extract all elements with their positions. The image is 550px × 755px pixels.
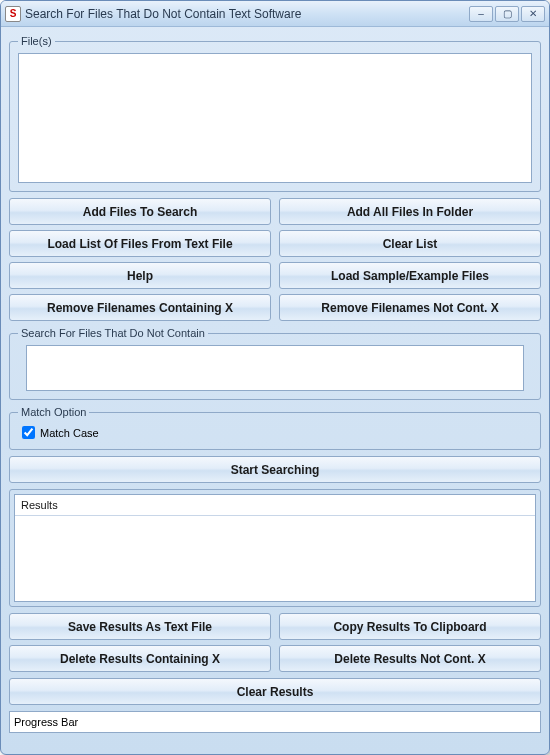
files-group: File(s) — [9, 35, 541, 192]
load-sample-button[interactable]: Load Sample/Example Files — [279, 262, 541, 289]
match-case-label[interactable]: Match Case — [40, 427, 99, 439]
files-legend: File(s) — [18, 35, 55, 47]
app-icon: S — [5, 6, 21, 22]
files-listbox[interactable] — [18, 53, 532, 183]
save-results-button[interactable]: Save Results As Text File — [9, 613, 271, 640]
remove-containing-button[interactable]: Remove Filenames Containing X — [9, 294, 271, 321]
copy-results-button[interactable]: Copy Results To Clipboard — [279, 613, 541, 640]
window-controls: – ▢ ✕ — [469, 6, 545, 22]
load-list-button[interactable]: Load List Of Files From Text File — [9, 230, 271, 257]
maximize-button[interactable]: ▢ — [495, 6, 519, 22]
titlebar: S Search For Files That Do Not Contain T… — [1, 1, 549, 27]
add-files-button[interactable]: Add Files To Search — [9, 198, 271, 225]
main-window: S Search For Files That Do Not Contain T… — [0, 0, 550, 755]
match-option-group: Match Option Match Case — [9, 406, 541, 450]
results-listbox[interactable]: Results — [14, 494, 536, 602]
client-area: File(s) Add Files To Search Add All File… — [1, 27, 549, 754]
match-case-row: Match Case — [18, 424, 532, 441]
start-searching-button[interactable]: Start Searching — [9, 456, 541, 483]
match-option-legend: Match Option — [18, 406, 89, 418]
remove-not-containing-button[interactable]: Remove Filenames Not Cont. X — [279, 294, 541, 321]
results-group: Results — [9, 489, 541, 607]
bottom-button-grid: Save Results As Text File Copy Results T… — [9, 613, 541, 672]
delete-not-containing-button[interactable]: Delete Results Not Cont. X — [279, 645, 541, 672]
search-text-group: Search For Files That Do Not Contain — [9, 327, 541, 400]
window-title: Search For Files That Do Not Contain Tex… — [25, 7, 469, 21]
clear-results-button[interactable]: Clear Results — [9, 678, 541, 705]
clear-list-button[interactable]: Clear List — [279, 230, 541, 257]
results-header: Results — [15, 495, 535, 516]
top-button-grid: Add Files To Search Add All Files In Fol… — [9, 198, 541, 321]
add-all-folder-button[interactable]: Add All Files In Folder — [279, 198, 541, 225]
search-text-legend: Search For Files That Do Not Contain — [18, 327, 208, 339]
minimize-button[interactable]: – — [469, 6, 493, 22]
search-text-input[interactable] — [26, 345, 524, 391]
help-button[interactable]: Help — [9, 262, 271, 289]
close-button[interactable]: ✕ — [521, 6, 545, 22]
progress-bar-field[interactable] — [9, 711, 541, 733]
match-case-checkbox[interactable] — [22, 426, 35, 439]
delete-containing-button[interactable]: Delete Results Containing X — [9, 645, 271, 672]
